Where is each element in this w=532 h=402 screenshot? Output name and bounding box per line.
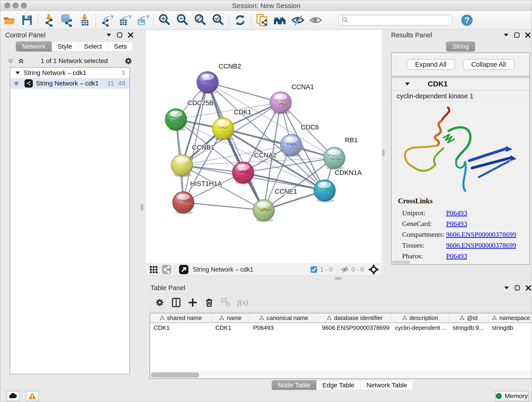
- crosslink-link[interactable]: 9606.ENSP00000378699: [446, 230, 516, 238]
- table-options-gear-icon[interactable]: [155, 298, 165, 307]
- table-hscrollbar-thumb[interactable]: [151, 372, 199, 377]
- column-header-name[interactable]: name: [212, 313, 249, 322]
- close-panel-icon[interactable]: [525, 32, 531, 38]
- collapse-all-button[interactable]: Collapse All: [463, 59, 514, 70]
- column-header-database-identifier[interactable]: database identifier: [318, 313, 391, 322]
- node-CDC25B[interactable]: CDC25B: [165, 99, 214, 131]
- node-HIST1H1A[interactable]: HIST1H1A: [172, 180, 222, 214]
- warnings-button[interactable]: [26, 391, 39, 401]
- open-session-button[interactable]: [0, 13, 18, 27]
- maximize-panel-icon[interactable]: [117, 32, 123, 38]
- node-CCNA1[interactable]: CCNA1: [270, 83, 314, 114]
- zoom-out-button[interactable]: [173, 13, 191, 27]
- column-header--id[interactable]: @id: [449, 313, 488, 322]
- expand-all-button[interactable]: Expand All: [407, 59, 455, 70]
- help-button[interactable]: ?: [458, 13, 476, 27]
- tab-edge-table[interactable]: Edge Table: [317, 380, 361, 390]
- refresh-button[interactable]: [231, 13, 249, 27]
- cell-namespace[interactable]: stringdb: [488, 323, 532, 332]
- node-table[interactable]: shared namenamecanonical namedatabase id…: [150, 313, 532, 379]
- svg-text:?: ?: [464, 15, 469, 25]
- search-input[interactable]: [348, 16, 445, 24]
- float-panel-icon[interactable]: [503, 33, 509, 37]
- cell-canonical-name[interactable]: P06493: [249, 323, 318, 332]
- cell-shared-name[interactable]: CDK1: [150, 323, 212, 332]
- tab-string[interactable]: String: [446, 41, 475, 51]
- crosslink-link[interactable]: P06493: [446, 209, 467, 217]
- node-CDKN1A[interactable]: CDKN1A: [314, 169, 362, 202]
- export-network-button[interactable]: [98, 13, 116, 27]
- crosslink-link[interactable]: P06493: [446, 252, 467, 260]
- float-panel-icon[interactable]: [106, 33, 112, 37]
- cell-description[interactable]: cyclin-dependent ...: [391, 323, 449, 332]
- tab-node-table[interactable]: Node Table: [272, 380, 317, 390]
- zoom-fit-button[interactable]: [191, 13, 209, 27]
- network-collection-row[interactable]: String Network – cdk1 1: [10, 68, 129, 78]
- zoom-selected-button[interactable]: [209, 13, 227, 27]
- column-header-shared-name[interactable]: shared name: [150, 313, 212, 322]
- search-box[interactable]: [338, 15, 452, 26]
- tab-style[interactable]: Style: [52, 41, 78, 51]
- tree-expander-icon[interactable]: [15, 71, 20, 75]
- maximize-panel-icon[interactable]: [514, 285, 520, 291]
- home-networks-button[interactable]: [271, 13, 289, 27]
- column-header-namespace[interactable]: namespace: [488, 313, 532, 322]
- main-toolbar: ?: [0, 11, 532, 30]
- save-session-button[interactable]: [18, 13, 36, 27]
- import-network-file-button[interactable]: [40, 13, 58, 27]
- import-network-database-button[interactable]: [58, 13, 76, 27]
- table-row[interactable]: CDK1CDK1P064939606.ENSP00000378699cyclin…: [150, 323, 532, 332]
- show-columns-icon[interactable]: [171, 298, 181, 307]
- right-splitter-handle[interactable]: [382, 149, 385, 156]
- column-header-description[interactable]: description: [391, 313, 449, 322]
- edge-CDK1-RB1[interactable]: [223, 128, 334, 158]
- create-column-icon[interactable]: [188, 298, 197, 307]
- results-scrollbar[interactable]: [392, 261, 410, 264]
- hide-selected-button[interactable]: [289, 13, 307, 27]
- cell-database-identifier[interactable]: 9606.ENSP00000378699: [318, 323, 391, 332]
- close-panel-icon[interactable]: [525, 285, 531, 291]
- string-import-button[interactable]: [253, 13, 271, 27]
- birdseye-navigator-icon[interactable]: [368, 264, 379, 275]
- column-type-icon: [460, 315, 465, 320]
- node-RB1[interactable]: RB1: [323, 136, 358, 170]
- crosslink-link[interactable]: 9606.ENSP00000378699: [446, 241, 516, 249]
- tab-network-table[interactable]: Network Table: [361, 380, 413, 390]
- gene-section-header[interactable]: CDK1: [392, 78, 530, 90]
- table-hscrollbar-track[interactable]: [150, 371, 531, 378]
- close-panel-icon[interactable]: [128, 32, 133, 38]
- maximize-panel-icon[interactable]: [514, 32, 520, 38]
- network-share-icon[interactable]: [162, 264, 172, 274]
- selected-checkbox-icon[interactable]: [310, 266, 318, 274]
- cell-name[interactable]: CDK1: [212, 323, 249, 332]
- grid-view-icon[interactable]: [149, 265, 158, 274]
- zoom-in-button[interactable]: [156, 13, 173, 27]
- node-CCNE1[interactable]: CCNE1: [253, 188, 297, 222]
- edge-CCNB2-CCNE1[interactable]: [208, 82, 264, 210]
- network-row-selected[interactable]: String Network – cdk1 11 48: [10, 78, 129, 89]
- delete-column-icon[interactable]: [204, 298, 214, 307]
- expand-all-icon[interactable]: [18, 57, 25, 64]
- network-canvas[interactable]: CCNB2CCNA1CDC25BCDK1CDC6RB1CCNB1CCNA2CDK…: [146, 30, 382, 263]
- collapse-all-icon[interactable]: [7, 57, 14, 64]
- cell--id[interactable]: stringdb:9...: [449, 323, 488, 332]
- network-options-gear-icon[interactable]: [124, 57, 133, 65]
- crosslink-link[interactable]: P06493: [446, 220, 467, 228]
- tab-network[interactable]: Network: [16, 41, 52, 51]
- import-table-file-button[interactable]: [76, 13, 94, 27]
- section-expander-icon[interactable]: [405, 82, 410, 86]
- hidden-eye-icon[interactable]: [341, 265, 349, 274]
- memory-button[interactable]: Memory: [495, 391, 529, 401]
- tab-sets[interactable]: Sets: [108, 41, 133, 51]
- show-all-button[interactable]: [307, 13, 325, 27]
- delete-table-icon[interactable]: [221, 298, 230, 307]
- export-image-button[interactable]: [133, 13, 152, 27]
- cloud-button[interactable]: [7, 391, 19, 401]
- tab-select[interactable]: Select: [78, 41, 108, 51]
- left-splitter-handle[interactable]: [141, 204, 143, 211]
- float-panel-icon[interactable]: [504, 286, 509, 290]
- open-in-window-icon[interactable]: [179, 264, 189, 274]
- function-builder-icon[interactable]: f(x): [237, 298, 248, 307]
- export-table-button[interactable]: [116, 13, 133, 27]
- column-header-canonical-name[interactable]: canonical name: [249, 313, 318, 322]
